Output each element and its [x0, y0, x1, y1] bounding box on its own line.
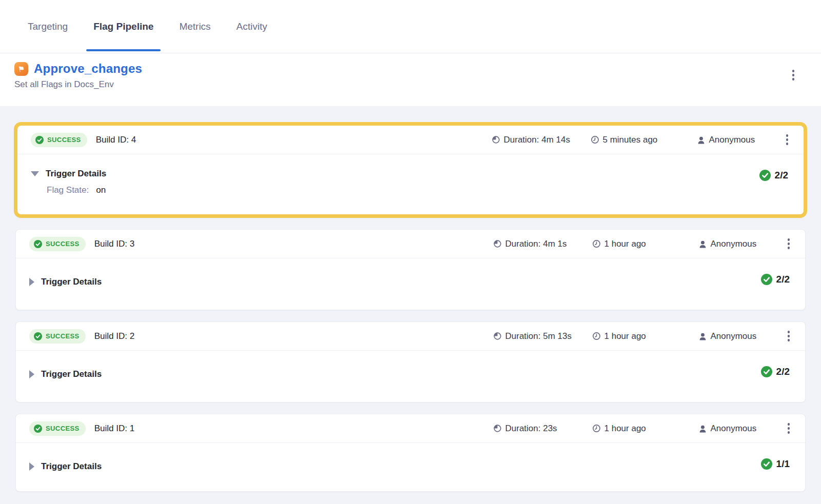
build-id-label: Build ID: 1	[94, 424, 134, 434]
trigger-details-toggle[interactable]: Trigger Details	[29, 461, 102, 472]
build-card-3: SUCCESS Build ID: 3 Duration: 4m 1s 1 ho…	[15, 229, 806, 310]
build-card-header: SUCCESS Build ID: 2 Duration: 5m 13s 1 h…	[16, 322, 805, 351]
checks-status: 2/2	[761, 366, 790, 377]
duration: Duration: 23s	[493, 424, 592, 434]
success-check-icon	[34, 332, 42, 340]
build-menu-button[interactable]	[786, 236, 792, 251]
check-circle-icon	[759, 170, 771, 181]
time-ago: 1 hour ago	[592, 424, 698, 434]
checks-status: 1/1	[761, 458, 790, 470]
trigger-details-toggle[interactable]: Trigger Details	[31, 169, 106, 179]
user-icon	[698, 425, 707, 433]
tab-flag-pipeline[interactable]: Flag Pipeline	[93, 0, 153, 53]
user-icon	[698, 240, 707, 248]
tab-activity[interactable]: Activity	[237, 0, 267, 53]
chevron-down-icon	[31, 171, 39, 176]
status-badge: SUCCESS	[29, 237, 86, 251]
success-check-icon	[34, 240, 42, 248]
check-circle-icon	[761, 366, 772, 377]
tab-targeting[interactable]: Targeting	[28, 0, 68, 53]
duration-pie-icon	[493, 239, 502, 248]
status-badge: SUCCESS	[29, 329, 86, 344]
build-id-label: Build ID: 4	[96, 135, 136, 145]
build-menu-button[interactable]	[786, 329, 792, 344]
chevron-right-icon	[29, 462, 34, 471]
build-card-header: SUCCESS Build ID: 4 Duration: 4m 14s 5 m…	[17, 126, 804, 154]
build-card-header: SUCCESS Build ID: 1 Duration: 23s 1 hour…	[16, 414, 805, 443]
user-icon	[697, 136, 706, 144]
time-ago: 1 hour ago	[592, 331, 698, 341]
triggered-by-user: Anonymous	[698, 239, 786, 249]
duration-pie-icon	[493, 332, 502, 340]
chevron-right-icon	[29, 278, 34, 286]
trigger-details-toggle[interactable]: Trigger Details	[29, 369, 102, 379]
status-badge: SUCCESS	[29, 421, 86, 436]
checks-status: 2/2	[761, 274, 790, 285]
build-list: SUCCESS Build ID: 4 Duration: 4m 14s 5 m…	[0, 106, 821, 504]
feature-flag-icon: ⚑	[14, 62, 28, 76]
clock-icon	[592, 424, 601, 433]
tab-metrics[interactable]: Metrics	[179, 0, 210, 53]
flag-state-row: Flag State: on	[47, 185, 790, 195]
check-circle-icon	[761, 458, 772, 470]
triggered-by-user: Anonymous	[697, 135, 784, 145]
page-menu-button[interactable]	[790, 68, 797, 83]
build-id-label: Build ID: 2	[94, 331, 134, 341]
chevron-right-icon	[29, 370, 34, 378]
build-menu-button[interactable]	[786, 421, 792, 436]
checks-status: 2/2	[759, 170, 788, 181]
time-ago: 1 hour ago	[592, 239, 698, 249]
page-title[interactable]: Approve_changes	[34, 62, 142, 76]
success-check-icon	[35, 136, 44, 144]
time-ago: 5 minutes ago	[591, 135, 697, 145]
duration: Duration: 4m 1s	[493, 239, 592, 249]
check-circle-icon	[761, 274, 772, 285]
duration: Duration: 5m 13s	[493, 331, 592, 341]
duration: Duration: 4m 14s	[492, 135, 591, 145]
build-card-1: SUCCESS Build ID: 1 Duration: 23s 1 hour…	[15, 414, 806, 492]
clock-icon	[592, 332, 601, 340]
page-header: ⚑ Approve_changes Set all Flags in Docs_…	[0, 53, 821, 106]
success-check-icon	[34, 425, 42, 433]
build-menu-button[interactable]	[784, 132, 791, 147]
clock-icon	[592, 239, 601, 248]
triggered-by-user: Anonymous	[698, 331, 786, 341]
user-icon	[698, 332, 707, 340]
trigger-details-toggle[interactable]: Trigger Details	[29, 277, 102, 287]
duration-pie-icon	[492, 135, 500, 144]
build-card-header: SUCCESS Build ID: 3 Duration: 4m 1s 1 ho…	[16, 230, 805, 258]
clock-icon	[591, 135, 599, 144]
build-card-2: SUCCESS Build ID: 2 Duration: 5m 13s 1 h…	[15, 321, 806, 402]
triggered-by-user: Anonymous	[698, 424, 786, 434]
build-id-label: Build ID: 3	[94, 239, 134, 249]
duration-pie-icon	[493, 424, 502, 433]
status-badge: SUCCESS	[31, 133, 87, 147]
tab-bar: Targeting Flag Pipeline Metrics Activity	[0, 0, 821, 53]
page-subtitle: Set all Flags in Docs_Env	[14, 79, 807, 90]
build-card-4: SUCCESS Build ID: 4 Duration: 4m 14s 5 m…	[14, 122, 807, 218]
